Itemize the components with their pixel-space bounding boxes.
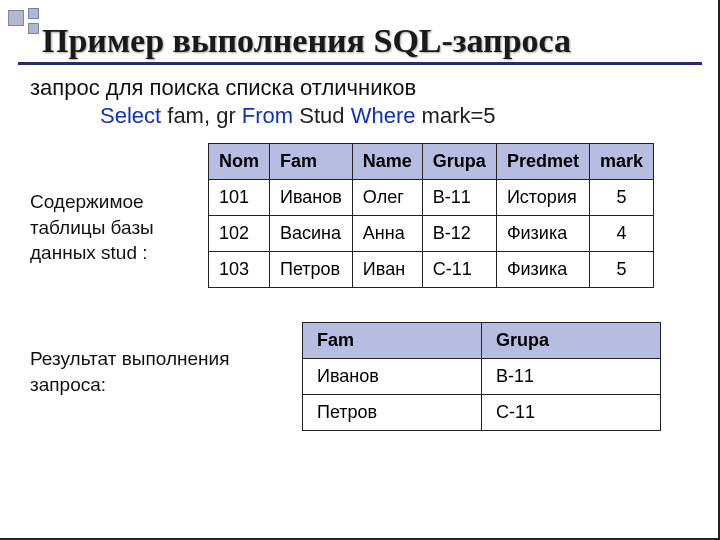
cell: Физика (496, 252, 589, 288)
cell: 102 (209, 216, 270, 252)
cell: Васина (270, 216, 353, 252)
stud-table-label: Содержимое таблицы базы данных stud : (30, 143, 190, 266)
sql-table: Stud (293, 103, 350, 128)
cell: Петров (303, 395, 482, 431)
subtitle: запрос для поиска списка отличников (30, 75, 696, 101)
cell: С-11 (422, 252, 496, 288)
table-row: Иванов В-11 (303, 359, 661, 395)
cell: В-12 (422, 216, 496, 252)
cell: Олег (352, 180, 422, 216)
cell: Иванов (270, 180, 353, 216)
title-underline (18, 62, 702, 65)
cell: 5 (589, 252, 653, 288)
result-label: Результат выполнения запроса: (30, 322, 270, 397)
col-header: Predmet (496, 144, 589, 180)
cell: 4 (589, 216, 653, 252)
table-row: 101 Иванов Олег В-11 История 5 (209, 180, 654, 216)
col-header: Grupa (482, 323, 661, 359)
page-title: Пример выполнения SQL-запроса (42, 22, 700, 60)
sql-columns: fam, gr (161, 103, 242, 128)
cell: Иван (352, 252, 422, 288)
cell: Анна (352, 216, 422, 252)
col-header: mark (589, 144, 653, 180)
sql-query: Select fam, gr From Stud Where mark=5 (100, 103, 696, 129)
cell: 103 (209, 252, 270, 288)
col-header: Name (352, 144, 422, 180)
sql-keyword-select: Select (100, 103, 161, 128)
corner-decoration (8, 8, 39, 34)
cell: История (496, 180, 589, 216)
col-header: Grupa (422, 144, 496, 180)
sql-keyword-from: From (242, 103, 293, 128)
table-row: 102 Васина Анна В-12 Физика 4 (209, 216, 654, 252)
cell: С-11 (482, 395, 661, 431)
table-row: 103 Петров Иван С-11 Физика 5 (209, 252, 654, 288)
col-header: Nom (209, 144, 270, 180)
sql-condition: mark=5 (415, 103, 495, 128)
cell: 5 (589, 180, 653, 216)
cell: В-11 (422, 180, 496, 216)
table-header-row: Fam Grupa (303, 323, 661, 359)
stud-table: Nom Fam Name Grupa Predmet mark 101 Иван… (208, 143, 654, 288)
cell: 101 (209, 180, 270, 216)
sql-keyword-where: Where (351, 103, 416, 128)
col-header: Fam (303, 323, 482, 359)
cell: В-11 (482, 359, 661, 395)
cell: Иванов (303, 359, 482, 395)
result-table: Fam Grupa Иванов В-11 Петров С-11 (302, 322, 661, 431)
table-header-row: Nom Fam Name Grupa Predmet mark (209, 144, 654, 180)
table-row: Петров С-11 (303, 395, 661, 431)
cell: Петров (270, 252, 353, 288)
col-header: Fam (270, 144, 353, 180)
cell: Физика (496, 216, 589, 252)
